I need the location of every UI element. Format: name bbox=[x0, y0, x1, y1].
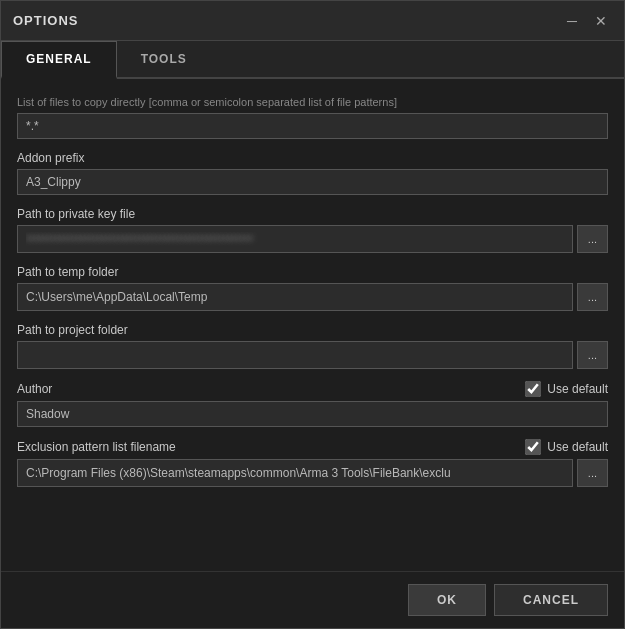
dialog-title: OPTIONS bbox=[13, 13, 79, 28]
author-use-default-label[interactable]: Use default bbox=[525, 381, 608, 397]
tab-tools[interactable]: TOOLS bbox=[117, 41, 211, 79]
exclusion-pattern-browse-button[interactable]: ... bbox=[577, 459, 608, 487]
field-temp-folder: Path to temp folder ... bbox=[17, 265, 608, 311]
title-bar-controls: ─ ✕ bbox=[562, 12, 612, 30]
exclusion-row: ... bbox=[17, 459, 608, 487]
author-label-row: Author Use default bbox=[17, 381, 608, 397]
private-key-browse-button[interactable]: ... bbox=[577, 225, 608, 253]
content-area: List of files to copy directly [comma or… bbox=[1, 79, 624, 571]
private-key-label: Path to private key file bbox=[17, 207, 608, 221]
exclusion-pattern-input[interactable] bbox=[17, 459, 573, 487]
author-use-default-text: Use default bbox=[547, 382, 608, 396]
options-dialog: OPTIONS ─ ✕ GENERAL TOOLS List of files … bbox=[0, 0, 625, 629]
field-list-of-files: List of files to copy directly [comma or… bbox=[17, 95, 608, 139]
exclusion-use-default-checkbox[interactable] bbox=[525, 439, 541, 455]
private-key-row: ... bbox=[17, 225, 608, 253]
project-folder-browse-button[interactable]: ... bbox=[577, 341, 608, 369]
field-project-folder: Path to project folder ... bbox=[17, 323, 608, 369]
tab-bar: GENERAL TOOLS bbox=[1, 41, 624, 79]
dialog-footer: OK CANCEL bbox=[1, 571, 624, 628]
project-folder-input[interactable] bbox=[17, 341, 573, 369]
exclusion-label: Exclusion pattern list filename bbox=[17, 440, 176, 454]
addon-prefix-label: Addon prefix bbox=[17, 151, 608, 165]
tab-general[interactable]: GENERAL bbox=[1, 41, 117, 79]
addon-prefix-input[interactable] bbox=[17, 169, 608, 195]
list-of-files-label: List of files to copy directly [comma or… bbox=[17, 95, 608, 109]
ok-button[interactable]: OK bbox=[408, 584, 486, 616]
temp-folder-row: ... bbox=[17, 283, 608, 311]
temp-folder-input[interactable] bbox=[17, 283, 573, 311]
project-folder-row: ... bbox=[17, 341, 608, 369]
author-input[interactable] bbox=[17, 401, 608, 427]
private-key-input[interactable] bbox=[17, 225, 573, 253]
exclusion-use-default-label[interactable]: Use default bbox=[525, 439, 608, 455]
list-of-files-input[interactable] bbox=[17, 113, 608, 139]
author-label: Author bbox=[17, 382, 52, 396]
author-use-default-checkbox[interactable] bbox=[525, 381, 541, 397]
exclusion-label-row: Exclusion pattern list filename Use defa… bbox=[17, 439, 608, 455]
field-addon-prefix: Addon prefix bbox=[17, 151, 608, 195]
cancel-button[interactable]: CANCEL bbox=[494, 584, 608, 616]
minimize-button[interactable]: ─ bbox=[562, 12, 582, 30]
project-folder-label: Path to project folder bbox=[17, 323, 608, 337]
field-private-key: Path to private key file ... bbox=[17, 207, 608, 253]
temp-folder-label: Path to temp folder bbox=[17, 265, 608, 279]
close-button[interactable]: ✕ bbox=[590, 12, 612, 30]
exclusion-use-default-text: Use default bbox=[547, 440, 608, 454]
field-exclusion-pattern: Exclusion pattern list filename Use defa… bbox=[17, 439, 608, 487]
temp-folder-browse-button[interactable]: ... bbox=[577, 283, 608, 311]
field-author: Author Use default bbox=[17, 381, 608, 427]
title-bar: OPTIONS ─ ✕ bbox=[1, 1, 624, 41]
